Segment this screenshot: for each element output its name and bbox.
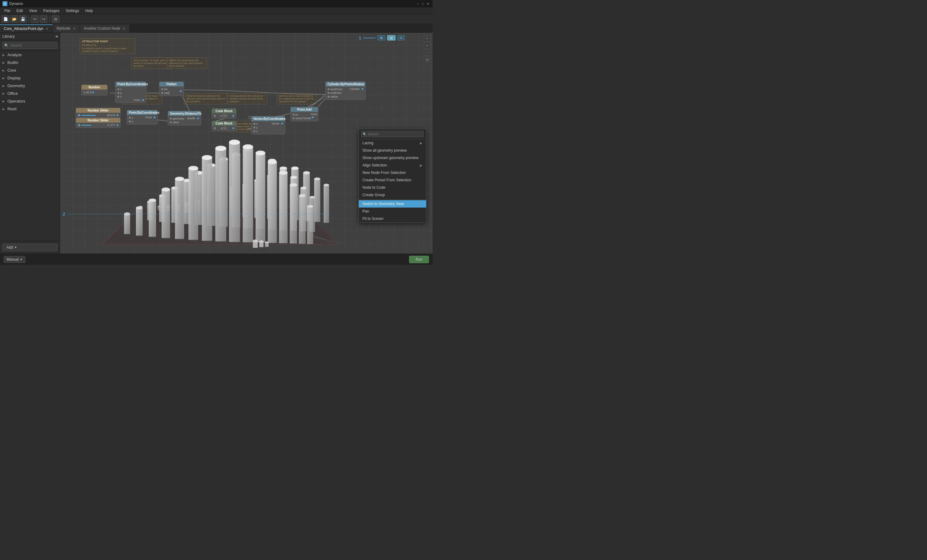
tab-core-attractor[interactable]: Core_AttractorPoint.dyn ✕	[0, 24, 53, 32]
node-number[interactable]: Number 1:16:3	[81, 85, 108, 96]
tab-close-button[interactable]: ✕	[122, 27, 126, 30]
svg-point-151	[202, 155, 212, 160]
tab-close-button[interactable]: ✕	[72, 27, 76, 30]
context-menu-item-show-all[interactable]: Show all geometry preview	[359, 147, 426, 154]
context-search-input[interactable]	[361, 131, 424, 137]
add-label: Add	[6, 245, 13, 250]
svg-point-160	[243, 144, 253, 149]
view-tab-list[interactable]: ≡	[397, 35, 405, 41]
node-flatten[interactable]: Flatten list var[]	[159, 82, 184, 96]
context-menu-item-align-selection[interactable]: Align Selection ▶	[359, 162, 426, 169]
comment-grid-text: Grid of points. To make, pass a series o…	[134, 59, 169, 67]
tab-custom-node[interactable]: Another Custom Node ✕	[80, 24, 130, 32]
port-out	[362, 88, 363, 90]
new-file-button[interactable]: 📄	[2, 15, 9, 23]
canvas-area[interactable]: ATTRACTOR POINT Scripting 101: An attrac…	[60, 33, 433, 253]
menu-packages[interactable]: Packages	[40, 8, 63, 14]
sidebar-toggle-icon[interactable]: ◀	[55, 34, 58, 38]
sidebar-item-builtin[interactable]: ▶ Builtin	[0, 59, 60, 67]
node-point-add[interactable]: Point.Add pt vectorToAdd Point	[290, 107, 318, 121]
main-layout: Library ◀ 🔍 ▶ Analyze ▶ Builtin ▶ Core ▶…	[0, 33, 433, 253]
collapse-button[interactable]: ⊟	[52, 15, 59, 23]
maximize-button[interactable]: □	[421, 2, 425, 6]
menu-edit[interactable]: Edit	[13, 8, 26, 14]
context-menu-item-new-node[interactable]: New Node From Selection	[359, 169, 426, 176]
sidebar-item-operators[interactable]: ▶ Operators	[0, 97, 60, 105]
slider-track: 28.670	[78, 114, 119, 117]
view-controls-area: 1 ⊞ ▦ ≡	[359, 35, 405, 41]
sidebar-item-geometry[interactable]: ▶ Geometry	[0, 82, 60, 90]
slider-thumb[interactable]	[78, 114, 81, 117]
minimize-button[interactable]: ─	[416, 2, 420, 6]
sidebar-item-display[interactable]: ▶ Display	[0, 74, 60, 82]
slider-thumb-2[interactable]	[78, 124, 81, 126]
node-code-block-2[interactable]: Code Block x/2;	[212, 121, 236, 131]
redo-button[interactable]: ↪	[40, 15, 47, 23]
tab-mynode[interactable]: MyNode ✕	[53, 24, 80, 32]
node-slider-1[interactable]: Number Slider 28.670	[76, 108, 120, 118]
zoom-fit-button[interactable]: +	[424, 35, 430, 41]
svg-point-172	[290, 183, 297, 187]
chevron-right-icon: ▶	[3, 92, 6, 95]
sidebar-item-revit[interactable]: ▶ Revit	[0, 105, 60, 113]
undo-button[interactable]: ↩	[31, 15, 39, 23]
context-menu-item-fit-screen[interactable]: Fit to Screen	[359, 215, 426, 222]
run-mode-dropdown[interactable]: Manual ▼	[4, 256, 25, 263]
slider-fill-2	[82, 125, 91, 126]
search-input[interactable]	[3, 42, 58, 49]
comment-title: ATTRACTOR POINT	[82, 40, 133, 43]
node-geo-ports: geometry other double	[170, 117, 199, 124]
context-menu-item-create-preset[interactable]: Create Preset From Selection	[359, 176, 426, 184]
context-menu-item-create-group[interactable]: Create Group	[359, 191, 426, 199]
slider-bar[interactable]	[82, 115, 105, 116]
zoom-100-button[interactable]: ⊡	[424, 56, 430, 63]
node-cylinder[interactable]: Cylinder.ByPointsRadius startPoint endPo…	[325, 82, 366, 100]
zoom-out-button[interactable]: −	[424, 49, 430, 56]
chevron-right-icon: ▶	[3, 100, 6, 103]
view-tab-graph[interactable]: ⊞	[377, 35, 385, 41]
menu-settings[interactable]: Settings	[63, 8, 82, 14]
sidebar-item-analyze[interactable]: ▶ Analyze	[0, 51, 60, 59]
port	[117, 96, 119, 98]
node-geo-distance[interactable]: Geometry.DistanceTo geometry other doubl…	[168, 111, 201, 125]
svg-point-157	[229, 140, 240, 145]
run-button[interactable]: Run	[409, 256, 429, 263]
context-menu-item-pan[interactable]: Pan	[359, 208, 426, 215]
sidebar-item-core[interactable]: ▶ Core	[0, 67, 60, 74]
node-geo-body: geometry other double	[168, 116, 201, 125]
sidebar-item-label: Office	[8, 91, 18, 96]
connector-line-2	[67, 214, 330, 214]
svg-rect-147	[188, 168, 198, 240]
sidebar-item-label: Geometry	[8, 83, 25, 88]
context-menu-item-node-to-code[interactable]: Node to Code	[359, 184, 426, 191]
svg-rect-174	[299, 196, 305, 244]
slider-bar-2[interactable]	[82, 125, 105, 126]
menu-view[interactable]: View	[26, 8, 40, 14]
zoom-in-button[interactable]: +	[424, 42, 430, 49]
chevron-right-icon: ▶	[3, 53, 6, 56]
open-file-button[interactable]: 📂	[11, 15, 18, 23]
node-point-bycoords-1[interactable]: Point.ByCoordinates x y z Point	[115, 82, 146, 103]
menu-help[interactable]: Help	[82, 8, 96, 14]
node-point-header-1: Point.ByCoordinates	[115, 82, 146, 87]
port	[253, 131, 255, 132]
port-z-v: z	[253, 129, 258, 133]
tab-close-button[interactable]: ✕	[45, 27, 49, 30]
port-out	[180, 90, 182, 92]
add-button[interactable]: Add ▼	[3, 244, 58, 251]
context-menu-item-switch-geometry[interactable]: Switch to Geometry View	[359, 200, 426, 208]
node-slider-2[interactable]: Number Slider 71.377	[76, 118, 120, 128]
node-code-block-1[interactable]: Code Block x/15;	[212, 108, 236, 118]
node-point-bycoords-2[interactable]: Point.ByCoordinates x y Point	[127, 110, 158, 124]
view-tab-3d[interactable]: ▦	[387, 35, 395, 41]
sidebar-item-office[interactable]: ▶ Office	[0, 90, 60, 97]
menu-file[interactable]: File	[1, 8, 13, 14]
context-menu-item-lacing[interactable]: Lacing ▶	[359, 139, 426, 147]
context-menu-item-show-upstream[interactable]: Show upstream geometry preview	[359, 154, 426, 162]
code-ports-2: x/2;	[214, 127, 234, 130]
node-vector[interactable]: Vector.ByCoordinates x y z Vector	[251, 116, 285, 134]
close-button[interactable]: ✕	[426, 2, 430, 6]
save-file-button[interactable]: 💾	[19, 15, 27, 23]
node-point-header-2: Point.ByCoordinates	[127, 110, 157, 115]
slider-port-out	[117, 114, 119, 116]
